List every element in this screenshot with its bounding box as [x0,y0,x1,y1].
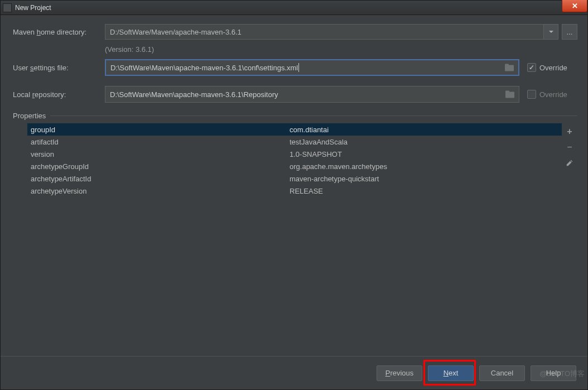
close-button[interactable]: ✕ [562,0,587,12]
property-row[interactable]: groupIdcom.dtiantai [27,123,562,136]
property-value: maven-archetype-quickstart [290,175,562,183]
property-key: archetypeGroupId [27,162,290,171]
local-repo-value: D:\SoftWare\Maven\apache-maven-3.6.1\Rep… [110,90,278,99]
maven-home-dropdown-button[interactable] [544,24,558,40]
cancel-button[interactable]: Cancel [479,365,525,381]
property-value: 1.0-SNAPSHOT [290,150,562,158]
property-value: com.dtiantai [290,126,562,134]
chevron-down-icon [549,31,553,33]
local-repo-field-wrap: D:\SoftWare\Maven\apache-maven-3.6.1\Rep… [105,86,519,103]
property-key: version [27,150,290,158]
user-settings-override-wrap: Override [527,63,577,72]
watermark: @51CTO博客 [539,369,585,379]
remove-property-button[interactable] [565,142,575,152]
next-button[interactable]: Next [428,365,474,381]
local-repo-override-wrap: Override [527,90,577,99]
user-settings-label: User settings file: [13,64,105,72]
maven-home-label: Maven home directory: [13,28,105,36]
property-key: artifactId [27,138,290,146]
text-cursor [298,63,299,72]
property-row[interactable]: archetypeArtifactIdmaven-archetype-quick… [27,172,562,185]
property-key: groupId [27,126,290,134]
property-row[interactable]: archetypeGroupIdorg.apache.maven.archety… [27,160,562,172]
property-key: archetypeVersion [27,187,290,195]
properties-toolbar [562,123,577,268]
maven-home-field-wrap: D:/SoftWare/Maven/apache-maven-3.6.1 ... [105,24,577,40]
folder-icon[interactable] [505,64,514,71]
app-icon [3,3,12,12]
maven-home-row: Maven home directory: D:/SoftWare/Maven/… [13,24,577,40]
local-repo-input[interactable]: D:\SoftWare\Maven\apache-maven-3.6.1\Rep… [105,86,519,103]
local-repo-row: Local repository: D:\SoftWare\Maven\apac… [13,86,577,103]
dialog-footer: Previous Next Cancel Help [1,356,587,389]
maven-home-browse-button[interactable]: ... [562,24,577,40]
maven-home-value: D:/SoftWare/Maven/apache-maven-3.6.1 [110,28,242,36]
maven-home-combo[interactable]: D:/SoftWare/Maven/apache-maven-3.6.1 [105,24,544,40]
local-repo-override-checkbox[interactable] [527,90,536,99]
local-repo-label: Local repository: [13,90,105,99]
property-value: org.apache.maven.archetypes [290,162,562,171]
property-value: testJavaAndScala [290,138,562,146]
dialog-window: New Project ✕ Maven home directory: D:/S… [0,0,588,390]
user-settings-input[interactable]: D:\SoftWare\Maven\apache-maven-3.6.1\con… [105,59,519,76]
user-settings-override-checkbox[interactable] [527,63,536,72]
folder-icon[interactable] [505,91,514,98]
close-icon: ✕ [572,2,578,10]
pencil-icon [566,159,573,167]
local-repo-override-label[interactable]: Override [539,90,567,99]
property-row[interactable]: archetypeVersionRELEASE [27,185,562,197]
properties-separator: Properties [13,112,577,120]
property-row[interactable]: version1.0-SNAPSHOT [27,148,562,160]
window-title: New Project [15,4,51,12]
property-value: RELEASE [290,187,562,195]
dialog-content: Maven home directory: D:/SoftWare/Maven/… [1,15,587,356]
maven-version-hint: (Version: 3.6.1) [105,45,577,54]
titlebar[interactable]: New Project ✕ [1,1,587,15]
add-property-button[interactable] [565,127,575,137]
properties-table[interactable]: groupIdcom.dtiantaiartifactIdtestJavaAnd… [27,123,562,268]
separator-line [50,115,577,116]
previous-button[interactable]: Previous [377,365,422,381]
user-settings-override-label[interactable]: Override [539,64,567,72]
edit-property-button[interactable] [565,158,575,168]
user-settings-field-wrap: D:\SoftWare\Maven\apache-maven-3.6.1\con… [105,59,519,76]
user-settings-value: D:\SoftWare\Maven\apache-maven-3.6.1\con… [110,64,298,72]
user-settings-row: User settings file: D:\SoftWare\Maven\ap… [13,59,577,76]
properties-panel: groupIdcom.dtiantaiartifactIdtestJavaAnd… [27,123,577,268]
property-key: archetypeArtifactId [27,175,290,183]
properties-label: Properties [13,112,46,120]
property-row[interactable]: artifactIdtestJavaAndScala [27,136,562,148]
